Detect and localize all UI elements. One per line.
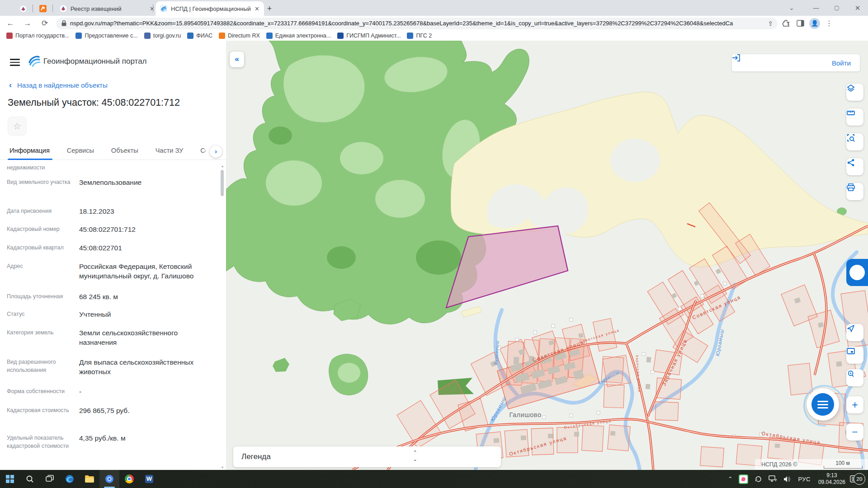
network-tray-icon[interactable]: [769, 475, 777, 483]
attribute-row: Вид разрешенного использованияДля выпаса…: [7, 358, 215, 377]
attribute-row: Площадь уточненная68 245 кв. м: [7, 292, 215, 302]
login-bar[interactable]: Войти: [732, 54, 860, 71]
layers-button[interactable]: [846, 84, 863, 101]
window-maximize-button[interactable]: ▢: [826, 0, 847, 16]
menu-burger-icon[interactable]: [10, 59, 20, 66]
scale-label: 100 м: [823, 460, 863, 466]
print-button[interactable]: [846, 183, 863, 200]
forward-button[interactable]: →: [21, 17, 34, 30]
attribute-row: Кадастровый квартал45:08:022701: [7, 244, 215, 253]
login-label[interactable]: Войти: [832, 59, 851, 67]
legend-expand-chevrons[interactable]: ⌃⌄: [410, 449, 420, 465]
share-url-icon[interactable]: ⇪: [768, 20, 773, 27]
lock-icon: [61, 20, 66, 26]
bookmark-item[interactable]: ПГС 2: [407, 33, 432, 39]
object-info-panel: Геоинформационный портал ‹ Назад в найде…: [0, 41, 226, 470]
window-close-button[interactable]: ✕: [847, 0, 868, 16]
extensions-puzzle-icon[interactable]: [779, 17, 792, 30]
tab-close-icon[interactable]: ✕: [255, 5, 259, 12]
edge-icon[interactable]: [60, 470, 80, 488]
map-canvas[interactable]: [226, 41, 868, 470]
tab-inactive[interactable]: Реестр извещений ✕: [55, 1, 159, 16]
favorite-star-button[interactable]: ☆: [8, 117, 27, 136]
back-to-results-link[interactable]: ‹ Назад в найденные объекты: [9, 80, 108, 90]
scroll-down-icon[interactable]: ▼: [220, 466, 225, 469]
bookmark-item[interactable]: Единая электронна...: [266, 33, 331, 39]
bookmark-item[interactable]: Предоставление с...: [75, 33, 137, 39]
browser-app-icon[interactable]: [99, 470, 119, 488]
my-location-button[interactable]: [846, 324, 863, 341]
file-explorer-icon[interactable]: [80, 470, 99, 488]
bookmark-label: ПГС 2: [416, 33, 432, 39]
attribute-value: Российская Федерация, Кетовский муниципа…: [79, 262, 215, 281]
panel-tab-4[interactable]: Части ЗУ: [156, 141, 184, 160]
zoom-in-button[interactable]: +: [846, 396, 863, 413]
volume-tray-icon[interactable]: [783, 476, 792, 483]
back-button[interactable]: ←: [4, 17, 17, 30]
scrollbar-thumb[interactable]: [221, 170, 224, 196]
url-bar[interactable]: nspd.gov.ru/map?thematic=PKK&zoom=15.895…: [56, 18, 778, 29]
messenger-tray-icon[interactable]: [739, 474, 748, 484]
tray-expand-chevron-icon[interactable]: ⌃: [728, 476, 732, 482]
screen: Реестр извещений ✕ НСПД | Геоинформацион…: [0, 0, 868, 488]
select-area-search-button[interactable]: [846, 133, 863, 150]
legend-bar[interactable]: Легенда ⌃⌄: [233, 446, 501, 467]
tab-active[interactable]: НСПД | Геоинформационный п ✕: [156, 1, 264, 16]
side-panel-icon[interactable]: [794, 17, 807, 30]
bookmark-item[interactable]: Directum RX: [219, 33, 260, 39]
overview-map-button[interactable]: [846, 347, 863, 364]
attribute-row: Кадастровая стоимость296 865,75 руб.: [7, 406, 215, 416]
panel-tab-2[interactable]: Сервисы: [67, 141, 94, 160]
scroll-up-icon[interactable]: ▲: [220, 164, 225, 168]
start-button[interactable]: [0, 470, 20, 488]
bookmark-item[interactable]: Портал государств...: [6, 33, 69, 39]
collapse-panel-button[interactable]: «: [230, 52, 244, 67]
sync-tray-icon[interactable]: [755, 475, 762, 483]
avatar[interactable]: 👤: [808, 17, 821, 30]
tab-close-icon[interactable]: ✕: [150, 5, 155, 12]
window-minimize-button[interactable]: —: [806, 0, 826, 16]
bookmark-item[interactable]: ГИСГМП Админист...: [337, 33, 401, 39]
language-indicator[interactable]: РУС: [798, 476, 811, 483]
taskbar-search-icon[interactable]: [20, 470, 40, 488]
tab-search-chevron-icon[interactable]: ⌄: [781, 0, 802, 16]
panel-tab-5[interactable]: Состав: [200, 141, 206, 160]
attribute-row: Форма собственности-: [7, 387, 215, 397]
bookmark-favicon: [144, 33, 151, 39]
bookmark-favicon: [266, 33, 273, 39]
reload-button[interactable]: ⟳: [38, 17, 52, 30]
panel-tab-3[interactable]: Объекты: [111, 141, 138, 160]
zoom-out-button[interactable]: −: [846, 423, 863, 441]
bookmark-item[interactable]: torgi.gov.ru: [144, 33, 181, 39]
pinned-tab-gerb[interactable]: [15, 3, 31, 14]
chrome-icon[interactable]: [119, 470, 139, 488]
bookmark-label: ГИСГМП Админист...: [346, 33, 401, 39]
bookmark-favicon: [6, 33, 13, 39]
word-icon[interactable]: W: [139, 470, 159, 488]
attribute-label: Кадастровый квартал: [7, 244, 72, 253]
nspd-logo-icon[interactable]: [27, 53, 41, 69]
attribute-label: Категория земель: [7, 328, 72, 347]
kontur-icon: [39, 5, 47, 12]
tabs-scroll-right-button[interactable]: ›: [210, 145, 222, 158]
notification-center-button[interactable]: 20: [850, 473, 865, 485]
new-tab-button[interactable]: +: [264, 3, 275, 15]
region-widget-handle[interactable]: [846, 259, 868, 286]
chat-button[interactable]: [807, 388, 839, 421]
pinned-tab-kontur[interactable]: [35, 3, 51, 14]
back-link-label: Назад в найденные объекты: [17, 81, 108, 89]
notification-badge: 20: [854, 473, 865, 485]
browser-menu-icon[interactable]: ⋮: [823, 17, 835, 30]
measure-ruler-button[interactable]: [846, 108, 863, 126]
share-button[interactable]: [846, 158, 863, 175]
taskbar: W ⌃ РУС 9:13 09.04.2026 20: [0, 470, 868, 488]
panel-tab-1[interactable]: Информация: [9, 141, 50, 160]
panel-scrollbar[interactable]: ▲ ▼: [220, 164, 225, 470]
attribute-value: Учтенный: [79, 310, 215, 319]
search-on-map-button[interactable]: [846, 369, 863, 386]
attribute-value: 4,35 руб./кв. м: [79, 434, 215, 450]
bookmark-item[interactable]: ФИАС: [187, 33, 212, 39]
task-view-icon[interactable]: [40, 470, 60, 488]
clock[interactable]: 9:13 09.04.2026: [818, 472, 845, 486]
map-viewport[interactable]: Советская улицаСоветская улицаСоветская …: [226, 41, 868, 470]
